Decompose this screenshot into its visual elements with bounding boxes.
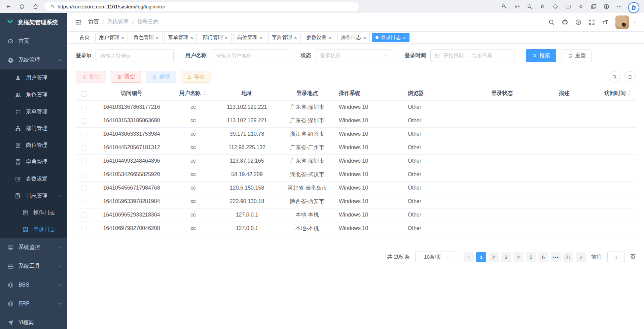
sidebar-item[interactable]: 系统管理: [0, 51, 67, 69]
refresh-icon[interactable]: [17, 1, 27, 11]
sidebar-item[interactable]: ERP: [0, 294, 67, 313]
tab[interactable]: 参数设置 ×: [303, 33, 335, 42]
extensions-icon[interactable]: [550, 1, 560, 11]
row-checkbox[interactable]: [81, 226, 86, 231]
export-button[interactable]: 导出: [181, 71, 211, 83]
fullscreen-icon[interactable]: [588, 19, 595, 26]
sidebar-item[interactable]: 登录日志: [0, 221, 67, 238]
tab[interactable]: 用户管理 ×: [95, 33, 128, 42]
delete-button[interactable]: 删除: [76, 71, 106, 83]
sidebar-item[interactable]: 日志管理: [0, 187, 67, 204]
close-icon[interactable]: ×: [363, 35, 366, 40]
search-icon[interactable]: [548, 19, 555, 26]
caret-down-icon[interactable]: [632, 20, 637, 24]
clear-button[interactable]: 清空: [111, 71, 141, 83]
close-icon[interactable]: ×: [329, 35, 332, 40]
font-size-icon[interactable]: [602, 19, 609, 26]
tab[interactable]: 部门管理 ×: [199, 33, 231, 42]
sidebar-item[interactable]: 字典管理: [0, 154, 67, 170]
row-checkbox[interactable]: [81, 186, 86, 191]
collections-icon[interactable]: [588, 1, 599, 11]
sidebar-item[interactable]: 系统监控: [0, 238, 67, 257]
status-select[interactable]: 登录状态: [316, 49, 393, 62]
page-button[interactable]: 4: [513, 252, 524, 262]
toggle-search-button[interactable]: [609, 71, 620, 83]
sidebar-item[interactable]: Yi框架: [0, 313, 67, 329]
page-button[interactable]: 6: [538, 252, 548, 262]
close-icon[interactable]: ×: [403, 35, 406, 40]
breadcrumb-item[interactable]: 系统管理: [107, 19, 129, 26]
close-icon[interactable]: ×: [294, 35, 297, 40]
sidebar-item[interactable]: 岗位管理: [0, 137, 67, 154]
sidebar-item[interactable]: 部门管理: [0, 120, 67, 137]
read-aloud-icon[interactable]: [512, 1, 522, 11]
refresh-table-button[interactable]: [624, 71, 636, 83]
sidebar-item[interactable]: 角色管理: [0, 86, 67, 103]
favorites-icon[interactable]: [576, 1, 586, 11]
close-icon[interactable]: ×: [225, 35, 228, 40]
page-button[interactable]: 5: [526, 252, 536, 262]
sidebar-item[interactable]: 首页: [0, 32, 67, 51]
goto-page-input[interactable]: [607, 252, 625, 263]
row-checkbox[interactable]: [81, 199, 86, 204]
tab[interactable]: 操作日志 ×: [337, 33, 370, 42]
page-button[interactable]: 21: [563, 252, 573, 262]
more-icon[interactable]: [614, 1, 624, 11]
tab[interactable]: 岗位管理 ×: [234, 33, 266, 42]
close-icon[interactable]: ×: [156, 35, 159, 40]
page-button[interactable]: 3: [501, 252, 511, 262]
favorites-add-icon[interactable]: [537, 1, 547, 11]
sidebar-item[interactable]: 用户管理: [0, 69, 67, 86]
hamburger-icon[interactable]: [75, 19, 82, 26]
page-button[interactable]: 1: [476, 252, 486, 262]
row-checkbox[interactable]: [81, 118, 86, 124]
row-checkbox[interactable]: [81, 145, 86, 151]
key-icon[interactable]: [499, 1, 509, 11]
close-icon[interactable]: ×: [190, 35, 193, 40]
question-icon[interactable]: [575, 19, 582, 26]
avatar[interactable]: [615, 15, 629, 29]
close-icon[interactable]: ×: [121, 35, 124, 40]
tab[interactable]: 角色管理 ×: [130, 33, 163, 42]
next-page-button[interactable]: [576, 252, 586, 262]
search-button[interactable]: 搜索: [526, 49, 556, 62]
more-pages-button[interactable]: •••: [551, 252, 561, 262]
tab[interactable]: 首页: [76, 33, 93, 42]
unlock-button[interactable]: 解锁: [146, 71, 176, 83]
row-checkbox[interactable]: [81, 132, 86, 137]
col-user-name[interactable]: 用户名称: [171, 87, 215, 100]
sidebar-item[interactable]: 系统工具: [0, 257, 67, 275]
app-logo[interactable]: 意框架管理系统: [0, 13, 67, 32]
login-ip-input[interactable]: [96, 49, 174, 62]
prev-page-button[interactable]: [464, 252, 474, 262]
row-checkbox[interactable]: [81, 172, 86, 177]
sidebar-item[interactable]: BBS: [0, 275, 67, 294]
zoom-out-icon[interactable]: [525, 1, 535, 11]
back-icon[interactable]: [3, 1, 13, 11]
sidebar-item[interactable]: 参数设置: [0, 170, 67, 187]
tab[interactable]: 登录日志 ×: [372, 33, 409, 42]
split-screen-icon[interactable]: [563, 1, 573, 11]
sidebar-item[interactable]: 菜单管理: [0, 103, 67, 120]
row-checkbox[interactable]: [81, 105, 86, 110]
col-access-time[interactable]: 访问时间: [596, 87, 636, 100]
profile-icon[interactable]: [601, 1, 611, 11]
home-icon[interactable]: [30, 1, 40, 11]
page-size-select[interactable]: 10条/页: [415, 252, 458, 263]
page-button[interactable]: 2: [489, 252, 499, 262]
date-range-picker[interactable]: 开始日期 - 结束日期: [430, 49, 514, 62]
close-icon[interactable]: ×: [259, 35, 262, 40]
github-icon[interactable]: [562, 19, 568, 26]
cell: 58.19.42.209: [215, 168, 279, 181]
tab[interactable]: 字典管理 ×: [268, 33, 301, 42]
sidebar-item[interactable]: 操作日志: [0, 204, 67, 221]
bing-icon[interactable]: b: [628, 2, 639, 13]
tab[interactable]: 菜单管理 ×: [165, 33, 197, 42]
select-all-checkbox[interactable]: [81, 91, 86, 97]
row-checkbox[interactable]: [81, 159, 86, 164]
user-name-input[interactable]: [211, 49, 289, 62]
url-bar[interactable]: https://ccnetcore.com:1101/system/log/lo…: [44, 2, 359, 11]
row-checkbox[interactable]: [81, 212, 86, 218]
reset-button[interactable]: 重置: [562, 49, 592, 62]
breadcrumb-home[interactable]: 首页: [88, 19, 99, 26]
